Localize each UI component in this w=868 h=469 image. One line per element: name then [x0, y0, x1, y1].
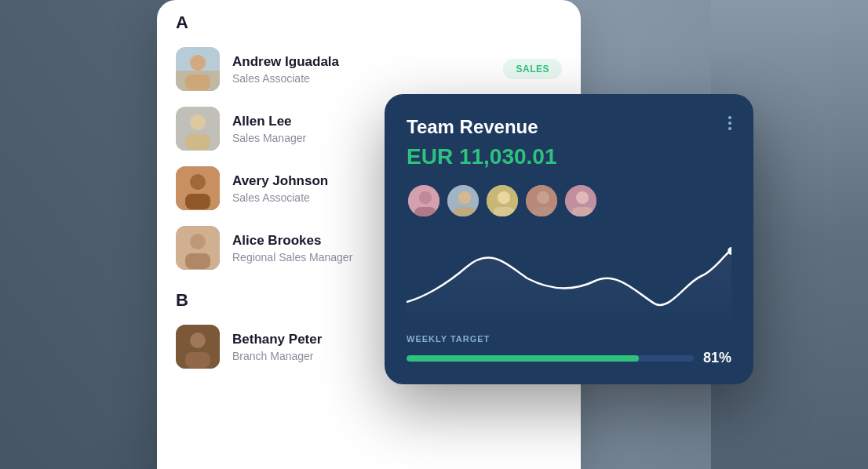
svg-rect-30 [571, 207, 593, 218]
weekly-target-section: WEEKLY TARGET 81% [407, 334, 731, 366]
svg-point-14 [190, 333, 206, 348]
team-avatar-1 [407, 184, 441, 218]
progress-bar-fill [407, 355, 639, 362]
svg-rect-27 [532, 207, 554, 218]
avatar-alice [176, 226, 220, 270]
dot-1 [728, 116, 731, 119]
team-avatars [407, 184, 731, 218]
svg-rect-21 [454, 207, 476, 218]
avatar-avery-svg [176, 166, 220, 210]
contact-role-andrew: Sales Associate [232, 72, 491, 85]
svg-point-29 [576, 191, 589, 204]
svg-rect-3 [176, 71, 220, 91]
svg-point-17 [419, 191, 432, 204]
avatar-alice-svg [176, 226, 220, 270]
sales-badge-andrew: SALES [503, 59, 562, 79]
contact-info-andrew: Andrew Iguadala Sales Associate [232, 54, 491, 85]
more-options-button[interactable] [728, 116, 731, 130]
weekly-target-label: WEEKLY TARGET [407, 334, 731, 344]
revenue-chart [407, 227, 731, 322]
svg-point-1 [190, 55, 206, 71]
avatar-avery [176, 166, 220, 210]
card-header: Team Revenue [407, 116, 731, 138]
svg-point-20 [458, 191, 471, 204]
contact-item-andrew[interactable]: Andrew Iguadala Sales Associate SALES [157, 39, 581, 99]
svg-point-11 [190, 234, 206, 249]
progress-row: 81% [407, 350, 731, 366]
revenue-card: Team Revenue EUR 11,030.01 [385, 94, 753, 384]
team-avatar-2 [446, 184, 480, 218]
progress-percent-label: 81% [703, 350, 731, 366]
avatar-bethany [176, 325, 220, 369]
svg-rect-12 [185, 253, 210, 269]
progress-bar-background [407, 355, 694, 362]
avatar-allen [176, 107, 220, 151]
revenue-amount: EUR 11,030.01 [407, 144, 731, 169]
svg-rect-6 [185, 134, 210, 150]
team-avatar-4 [524, 184, 559, 218]
svg-point-23 [498, 191, 510, 204]
avatar-andrew [176, 47, 220, 91]
section-letter-a: A [157, 0, 581, 39]
dot-2 [728, 122, 731, 125]
avatar-andrew-svg [176, 47, 220, 91]
team-avatar-5 [563, 184, 598, 218]
svg-point-26 [537, 191, 549, 204]
dot-3 [728, 127, 731, 130]
team-avatar-3 [485, 184, 520, 218]
svg-rect-9 [185, 194, 210, 209]
svg-rect-15 [185, 352, 210, 368]
svg-point-5 [190, 115, 206, 130]
svg-rect-18 [414, 207, 436, 218]
contact-name-andrew: Andrew Iguadala [232, 54, 491, 70]
avatar-bethany-svg [176, 325, 220, 369]
card-title: Team Revenue [407, 116, 538, 138]
chart-area [407, 227, 731, 322]
svg-point-8 [190, 174, 206, 190]
avatar-allen-svg [176, 107, 220, 151]
svg-rect-24 [493, 207, 515, 218]
